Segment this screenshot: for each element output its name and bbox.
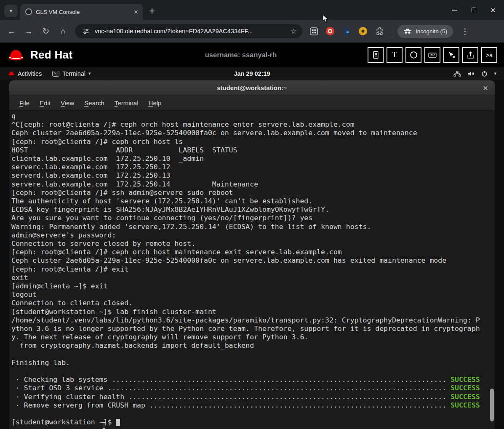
menu-view[interactable]: View: [56, 98, 78, 108]
volume-icon: [467, 71, 475, 77]
terminal-line: ython 3.6 is no longer supported by the …: [11, 325, 495, 333]
terminal-menubar: File Edit View Search Terminal Help: [9, 96, 495, 111]
activities-label: Activities: [18, 70, 42, 77]
menu-file[interactable]: File: [15, 98, 34, 108]
text-cursor: [101, 422, 107, 429]
status-success: SUCCESS: [451, 384, 480, 392]
extension-icon-3[interactable]: [341, 26, 352, 36]
console-record-button[interactable]: [405, 47, 421, 63]
screen: ▾ GLS VM Console × + × ← → ↻ ⌂ vnc-na100…: [0, 0, 504, 429]
extensions-puzzle-icon[interactable]: [374, 26, 384, 36]
status-success: SUCCESS: [451, 393, 480, 401]
terminal-line: [11, 410, 495, 418]
browser-menu-button[interactable]: ⋮: [459, 27, 471, 36]
tab-list-button[interactable]: ▾: [4, 5, 18, 17]
extension-icon-1[interactable]: [309, 26, 319, 36]
terminal-line: Ceph cluster 2ae6d05a-229a-11ec-925e-525…: [11, 256, 495, 265]
console-keyboard-button[interactable]: [424, 47, 440, 63]
new-tab-button[interactable]: +: [149, 6, 155, 16]
terminal-line: logout: [11, 290, 495, 299]
terminal-line: [admin@clienta ~]$ exit: [11, 282, 495, 290]
terminal-line: · Verifying cluster health .............…: [11, 393, 495, 401]
brand-name: Red Hat: [30, 48, 72, 61]
system-tray[interactable]: ▾: [453, 70, 500, 77]
terminal-line: The authenticity of host 'servere (172.2…: [11, 197, 495, 205]
menu-edit[interactable]: Edit: [35, 98, 55, 108]
terminal-line: [11, 367, 495, 376]
terminal-line: /home/student/.venv/labs/lib/python3.6/s…: [11, 316, 495, 325]
terminal-line: [student@workstation ~]$ lab finish clus…: [11, 308, 495, 316]
site-info-icon[interactable]: [80, 26, 91, 36]
terminal-line: from cryptography.hazmat.backends import…: [11, 341, 495, 350]
terminal-line: ECDSA key fingerprint is SHA256:NJAyJMx8…: [11, 205, 495, 214]
terminal-screen[interactable]: q^C[ceph: root@clienta /]# ceph orch hos…: [9, 111, 495, 429]
tab-title: GLS VM Console: [36, 9, 130, 15]
status-success: SUCCESS: [451, 376, 480, 384]
terminal-line: Finishing lab.: [11, 359, 495, 367]
terminal-line: y. The next release of cryptography will…: [11, 333, 495, 341]
terminal-line: ^C[ceph: root@clienta /]# ceph orch host…: [11, 120, 495, 129]
activities-button[interactable]: Activities: [4, 70, 45, 77]
home-button[interactable]: ⌂: [58, 27, 69, 35]
console-banner: Red Hat username: ssanyal-rh T: [0, 43, 504, 67]
mouse-cursor: [323, 14, 328, 24]
terminal-scrollbar[interactable]: [490, 389, 494, 421]
terminal-close-button[interactable]: ×: [483, 83, 488, 93]
terminal-line: servere.lab.example.com 172.25.250.14 Ma…: [11, 180, 495, 189]
redhat-logo: Red Hat: [7, 48, 114, 62]
terminal-line: [ceph: root@clienta /]# ceph orch host l…: [11, 138, 495, 146]
tab-favicon-icon: [25, 8, 32, 15]
incognito-icon: [403, 28, 412, 34]
terminal-line: · Start OSD 3 service ..................…: [11, 384, 495, 392]
reload-button[interactable]: ↻: [40, 27, 51, 35]
tab-close-button[interactable]: ×: [134, 8, 138, 16]
menu-search[interactable]: Search: [80, 98, 109, 108]
power-icon: [481, 70, 488, 77]
terminal-line: clienta.lab.example.com 172.25.250.10 _a…: [11, 155, 495, 163]
terminal-output: q^C[ceph: root@clienta /]# ceph orch hos…: [11, 112, 495, 426]
console-keymap-button[interactable]: >à: [481, 47, 497, 63]
forward-button[interactable]: →: [23, 27, 34, 35]
eject-box-icon: [466, 51, 475, 59]
console-extract-button[interactable]: [462, 47, 478, 63]
window-minimize-button[interactable]: [452, 10, 457, 11]
terminal-line: admin@servere's password:: [11, 231, 495, 240]
circle-icon: [409, 51, 418, 59]
window-maximize-button[interactable]: [472, 8, 476, 12]
terminal-line: serverc.lab.example.com 172.25.250.12: [11, 163, 495, 171]
terminal-title: student@workstation:~: [217, 84, 287, 91]
terminal-titlebar[interactable]: student@workstation:~ ×: [9, 80, 495, 96]
terminal-line: Connection to clienta closed.: [11, 299, 495, 307]
console-pointer-button[interactable]: [443, 47, 459, 63]
browser-toolbar: ← → ↻ ⌂ vnc-na100.ole.redhat.com/?token=…: [0, 20, 504, 43]
keymap-icon: >à: [486, 52, 493, 59]
console-clipboard-button[interactable]: [368, 47, 384, 63]
terminal-line: · Checking lab systems .................…: [11, 376, 495, 384]
terminal-line: [11, 350, 495, 359]
console-text-button[interactable]: T: [387, 47, 403, 63]
session-username: username: ssanyal-rh: [114, 51, 368, 59]
pointer-x-icon: [447, 51, 456, 59]
back-button[interactable]: ←: [6, 27, 17, 35]
extension-icon-4[interactable]: [358, 26, 368, 36]
terminal-line: exit: [11, 274, 495, 282]
url-text[interactable]: vnc-na100.ole.redhat.com/?token=FD42AA29…: [95, 28, 286, 35]
redhat-icon: [8, 71, 15, 76]
menu-help[interactable]: Help: [144, 98, 166, 108]
text-icon: T: [392, 51, 397, 59]
menu-terminal[interactable]: Terminal: [110, 98, 143, 108]
bookmark-star-icon[interactable]: ☆: [291, 27, 297, 36]
window-close-button[interactable]: ×: [491, 5, 496, 14]
browser-tab[interactable]: GLS VM Console ×: [20, 4, 143, 20]
terminal-line: [student@workstation ~]$: [11, 418, 495, 426]
app-menu-terminal[interactable]: >_ Terminal ▾: [45, 70, 97, 77]
browser-tabstrip: ▾ GLS VM Console × + ×: [0, 0, 504, 20]
terminal-line: [ceph: root@clienta /]# ceph orch host m…: [11, 248, 495, 256]
terminal-line: [ceph: root@clienta /]# exit: [11, 265, 495, 274]
terminal-app-icon: >_: [52, 71, 59, 77]
address-bar[interactable]: vnc-na100.ole.redhat.com/?token=FD42AA29…: [75, 24, 302, 38]
terminal-line: Are you sure you want to continue connec…: [11, 214, 495, 222]
extension-icon-2[interactable]: [325, 26, 335, 36]
clock[interactable]: Jan 29 02:19: [234, 70, 270, 77]
gnome-top-bar: Activities >_ Terminal ▾ Jan 29 02:19 ▾: [0, 67, 504, 80]
